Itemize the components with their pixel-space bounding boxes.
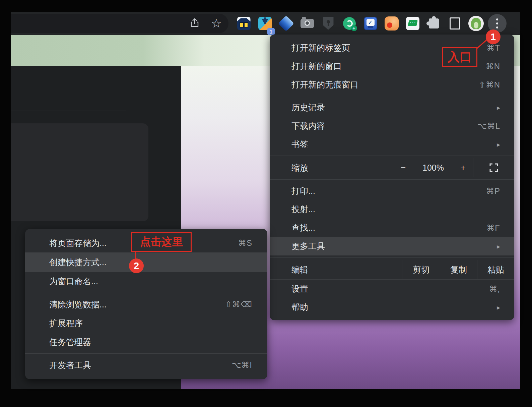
menu-item-clear-browsing-data[interactable]: 清除浏览数据... ⇧⌘⌫ (25, 295, 267, 314)
annotation-step-1-badge: 1 (486, 30, 501, 44)
shortcut-downloads: ⌥⌘L (477, 121, 500, 131)
gem-extension-icon[interactable] (275, 12, 296, 35)
menu-separator (270, 179, 514, 180)
submenu-arrow-icon: ▸ (497, 242, 500, 250)
menu-item-create-shortcut[interactable]: 创建快捷方式... (25, 252, 267, 272)
shortcut-new-window: ⌘N (486, 62, 500, 71)
menu-item-find[interactable]: 查找... ⌘F (270, 219, 514, 237)
menu-edit-row: 编辑 剪切 复制 粘贴 (270, 260, 514, 280)
menu-item-settings[interactable]: 设置 ⌘, (270, 280, 514, 298)
shortcut-incognito: ⇧⌘N (479, 80, 500, 90)
orange-reader-extension-icon[interactable] (381, 12, 402, 35)
green-snail-extension-icon[interactable] (339, 12, 360, 35)
menu-item-new-incognito-window[interactable]: 打开新的无痕窗口 ⇧⌘N (270, 75, 514, 94)
side-panel-icon[interactable] (444, 12, 465, 35)
menu-item-new-tab[interactable]: 打开新的标签页 ⌘T (270, 39, 514, 57)
bookmark-star-icon[interactable]: ☆ (211, 17, 222, 30)
shortcut-find: ⌘F (486, 223, 500, 233)
menu-separator (25, 353, 267, 354)
zoom-level-value: 100% (422, 163, 444, 173)
panel-divider (11, 111, 126, 111)
copy-button[interactable]: 复制 (440, 260, 477, 279)
paste-button[interactable]: 粘贴 (477, 260, 514, 279)
menu-item-more-tools[interactable]: 更多工具 ▸ (270, 237, 514, 255)
menu-zoom-row: 缩放 − 100% + (270, 158, 514, 177)
shortcut-new-tab: ⌘T (486, 43, 500, 53)
shortcut-save-page: ⌘S (238, 238, 252, 248)
menu-item-name-window[interactable]: 为窗口命名... (25, 272, 267, 291)
camera-extension-icon[interactable] (296, 12, 318, 35)
shortcut-settings: ⌘, (489, 284, 500, 294)
cut-button[interactable]: 剪切 (402, 260, 440, 279)
menu-separator (25, 293, 267, 293)
menu-item-extensions[interactable]: 扩展程序 (25, 314, 267, 333)
extension-icon-row: 1 ✓ (233, 12, 508, 35)
menu-item-task-manager[interactable]: 任务管理器 (25, 333, 267, 351)
menu-item-bookmarks[interactable]: 书签 ▸ (270, 135, 514, 154)
shortcut-devtools: ⌥⌘I (232, 360, 252, 370)
annotation-step-2-badge: 2 (129, 258, 144, 273)
submenu-arrow-icon: ▸ (497, 140, 500, 149)
menu-item-developer-tools[interactable]: 开发者工具 ⌥⌘I (25, 356, 267, 374)
three-dot-icon (496, 18, 498, 28)
shield-extension-icon[interactable] (318, 12, 339, 35)
menu-separator (270, 156, 514, 156)
address-bar: ☆ (11, 14, 228, 33)
annotation-click-here-box: 点击这里 (131, 232, 192, 252)
zoom-label: 缩放 (270, 158, 393, 177)
menu-item-print[interactable]: 打印... ⌘P (270, 182, 514, 200)
chat-extension-icon[interactable] (402, 12, 423, 35)
menu-item-new-window[interactable]: 打开新的窗口 ⌘N (270, 57, 514, 75)
zoom-in-button[interactable]: + (461, 163, 466, 173)
menu-separator (270, 257, 514, 258)
cat-extension-icon[interactable] (233, 12, 254, 35)
shortcut-clear-data: ⇧⌘⌫ (225, 300, 252, 309)
menu-item-downloads[interactable]: 下载内容 ⌥⌘L (270, 117, 514, 135)
menu-item-help[interactable]: 帮助 ▸ (270, 298, 514, 316)
submenu-arrow-icon: ▸ (497, 104, 500, 112)
downloads-badge: 1 (267, 28, 275, 35)
menu-item-cast[interactable]: 投射... (270, 200, 514, 219)
fullscreen-icon (489, 163, 498, 172)
screenshot-frame: ☆ 1 ✓ (0, 0, 532, 407)
browser-toolbar: ☆ 1 ✓ (11, 12, 520, 35)
zoom-out-button[interactable]: − (401, 163, 406, 173)
chrome-main-menu: 打开新的标签页 ⌘T 打开新的窗口 ⌘N 打开新的无痕窗口 ⇧⌘N 历史记录 ▸… (270, 35, 514, 320)
submenu-arrow-icon: ▸ (497, 303, 500, 311)
zoom-controls: − 100% + (393, 158, 473, 177)
annotation-entry-box: 入口 (442, 47, 477, 67)
shortcut-print: ⌘P (486, 186, 500, 196)
checkbox-extension-icon[interactable]: ✓ (360, 12, 381, 35)
extensions-puzzle-icon[interactable] (423, 12, 444, 35)
panel-card (11, 123, 148, 221)
fullscreen-button[interactable] (473, 158, 514, 177)
profile-avatar[interactable] (465, 12, 486, 35)
share-icon[interactable] (190, 18, 199, 29)
menu-separator (270, 96, 514, 96)
downloads-extension-icon[interactable]: 1 (254, 12, 275, 35)
menu-item-history[interactable]: 历史记录 ▸ (270, 98, 514, 117)
edit-label: 编辑 (270, 260, 402, 279)
